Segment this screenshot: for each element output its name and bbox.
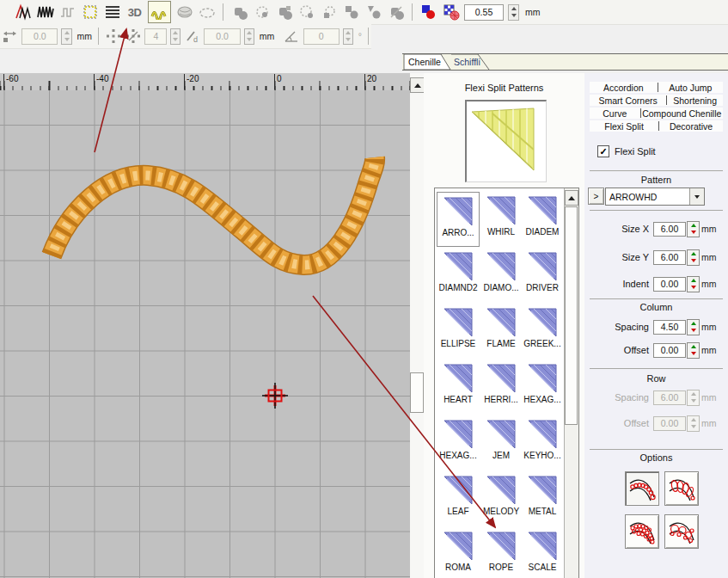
option-large-ellipses-button[interactable]: [664, 471, 699, 506]
pattern-item-label: SCALE: [529, 563, 557, 572]
option-large-ellipses-icon: [668, 475, 695, 502]
zigzag-stitch-icon[interactable]: [36, 3, 54, 22]
pattern-item[interactable]: HEXAG...: [437, 415, 480, 470]
motif-outline-icon[interactable]: [81, 3, 99, 22]
column-offset-input[interactable]: 0.00: [653, 343, 686, 358]
pattern-thumbnail-icon: [527, 418, 558, 449]
pattern-item[interactable]: DIAMND2: [437, 248, 480, 303]
option-single-row-button[interactable]: [625, 471, 659, 506]
pattern-fill-icon[interactable]: [442, 3, 460, 22]
pattern-item[interactable]: DRIVER: [521, 248, 564, 303]
option-mixed-circles-button[interactable]: [664, 514, 699, 549]
spin-up-icon[interactable]: [691, 279, 696, 282]
tab-compound-chenille[interactable]: Compound Chenille: [641, 108, 723, 119]
meander-stitch-icon[interactable]: [58, 3, 76, 22]
spin-up-icon[interactable]: [691, 345, 696, 348]
pattern-item[interactable]: HEART: [437, 360, 480, 415]
object-color-icon[interactable]: [419, 3, 437, 22]
rope-stitch-object[interactable]: [0, 90, 410, 578]
pattern-dropdown[interactable]: ARROWHD: [605, 188, 705, 206]
column-spacing-spinner[interactable]: [687, 319, 700, 335]
tab-decorative[interactable]: Decorative: [659, 121, 723, 132]
stitch-width-spinner[interactable]: [508, 4, 519, 21]
scroll-thumb[interactable]: [565, 206, 578, 425]
spin-up-icon[interactable]: [511, 7, 517, 10]
spin-down-icon[interactable]: [691, 231, 696, 234]
size-x-input[interactable]: 6.00: [653, 222, 686, 237]
tab-auto-jump[interactable]: Auto Jump: [658, 83, 723, 93]
pattern-item[interactable]: WHIRL: [480, 192, 523, 247]
spin-down-icon[interactable]: [691, 329, 696, 332]
size-y-input[interactable]: 6.00: [653, 250, 686, 265]
spin-down-icon[interactable]: [511, 14, 517, 17]
pattern-item-label: METAL: [529, 507, 557, 516]
indent-spinner[interactable]: [687, 276, 700, 292]
tab-smart-corners[interactable]: Smart Corners: [590, 95, 666, 106]
chenille-fill-glyph: [176, 3, 193, 21]
pattern-item[interactable]: METAL: [521, 471, 564, 526]
indent-unit: mm: [701, 279, 717, 289]
pattern-item[interactable]: ROPE: [480, 527, 523, 578]
scroll-up-button[interactable]: [410, 77, 425, 93]
spin-up-icon[interactable]: [691, 252, 696, 255]
option-dense-circles-button[interactable]: [625, 514, 659, 549]
origin-marker: [262, 383, 288, 409]
section-separator: [590, 298, 723, 299]
pattern-item[interactable]: DIAMO...: [480, 248, 523, 303]
pattern-thumbnail-icon: [443, 306, 474, 337]
tab-flexi-split[interactable]: Flexi Split: [590, 121, 658, 132]
size-x-spinner[interactable]: [687, 221, 700, 237]
3d-effect-icon[interactable]: 3D: [125, 3, 144, 22]
canvas-vertical-scrollbar[interactable]: [410, 73, 424, 578]
stitch-width-input[interactable]: 0.55: [464, 4, 504, 21]
satin-lines-icon[interactable]: [103, 3, 121, 22]
tab-curve[interactable]: Curve: [590, 108, 640, 119]
design-canvas[interactable]: [0, 90, 410, 578]
pattern-item[interactable]: ROMA: [437, 527, 480, 578]
pattern-item[interactable]: MELODY: [480, 471, 523, 526]
pattern-expand-button[interactable]: >: [588, 188, 604, 205]
size-y-unit: mm: [701, 252, 717, 262]
pattern-list-scrollbar[interactable]: [564, 188, 578, 578]
column-offset-spinner[interactable]: [687, 342, 700, 359]
pattern-thumbnail-icon: [443, 418, 474, 449]
flexi-split-fill-icon[interactable]: [148, 1, 171, 23]
pattern-item[interactable]: DIADEM: [521, 192, 564, 247]
indent-input[interactable]: 0.00: [653, 277, 686, 292]
pattern-list[interactable]: ARRO... WHIRL DIADEM DIAMND2: [434, 188, 579, 578]
disabled-tool-icon-8: [387, 3, 405, 22]
column-spacing-input[interactable]: 4.50: [653, 320, 686, 335]
pattern-item[interactable]: HEXAG...: [521, 360, 564, 415]
disabled-tool-icon-4: [297, 3, 315, 22]
spin-down-icon[interactable]: [691, 259, 696, 262]
row-offset-input: 0.00: [653, 416, 686, 431]
pattern-thumbnail-icon: [443, 195, 474, 226]
dropdown-button[interactable]: [689, 188, 704, 205]
size-y-spinner[interactable]: [687, 249, 700, 266]
ruler-label: 0: [274, 74, 282, 89]
ruler-label: -20: [184, 74, 199, 89]
options-section-title: Options: [584, 452, 728, 463]
chenille-fill-icon[interactable]: [175, 3, 193, 22]
tab-accordion[interactable]: Accordion: [590, 83, 658, 93]
spin-down-icon[interactable]: [691, 352, 696, 355]
pattern-item[interactable]: HERRI...: [480, 360, 523, 415]
pattern-item[interactable]: SCALE: [521, 527, 564, 578]
pattern-item[interactable]: LEAF: [437, 471, 480, 526]
chenille-outline-icon[interactable]: [198, 3, 216, 22]
pattern-item[interactable]: JEM: [480, 415, 523, 470]
tab-shortening[interactable]: Shortening: [667, 95, 723, 106]
pattern-item[interactable]: ELLIPSE: [437, 304, 480, 359]
pattern-item-selected[interactable]: ARRO...: [437, 192, 480, 247]
spin-up-icon[interactable]: [691, 322, 696, 325]
spin-down-icon[interactable]: [691, 286, 696, 289]
spin-up-icon[interactable]: [691, 224, 696, 227]
pattern-item[interactable]: GREEK...: [521, 304, 564, 359]
applique-zigzag-icon[interactable]: [14, 3, 32, 22]
pattern-item[interactable]: FLAME: [480, 304, 523, 359]
scroll-up-button[interactable]: [565, 190, 578, 206]
scroll-thumb[interactable]: [410, 372, 424, 413]
flexi-split-checkbox[interactable]: ✓: [597, 145, 609, 157]
pattern-item[interactable]: KEYHO...: [521, 415, 564, 470]
motif-outline-glyph: [82, 3, 99, 21]
